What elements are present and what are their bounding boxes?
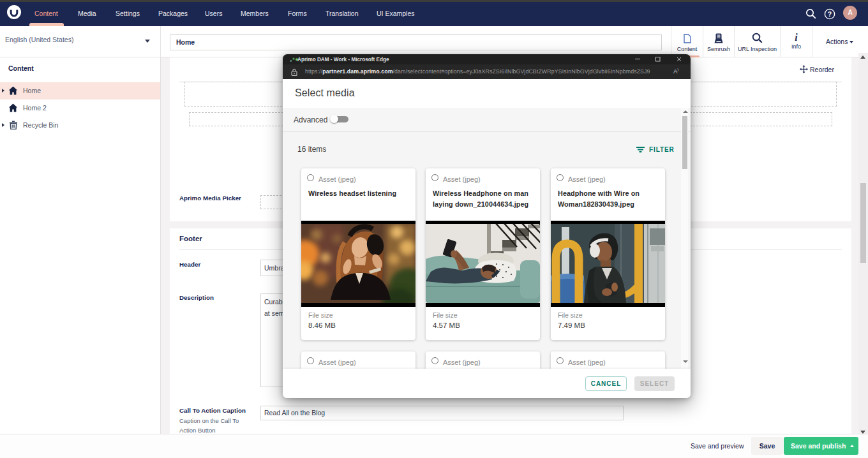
svg-text:?: ? bbox=[828, 10, 832, 18]
